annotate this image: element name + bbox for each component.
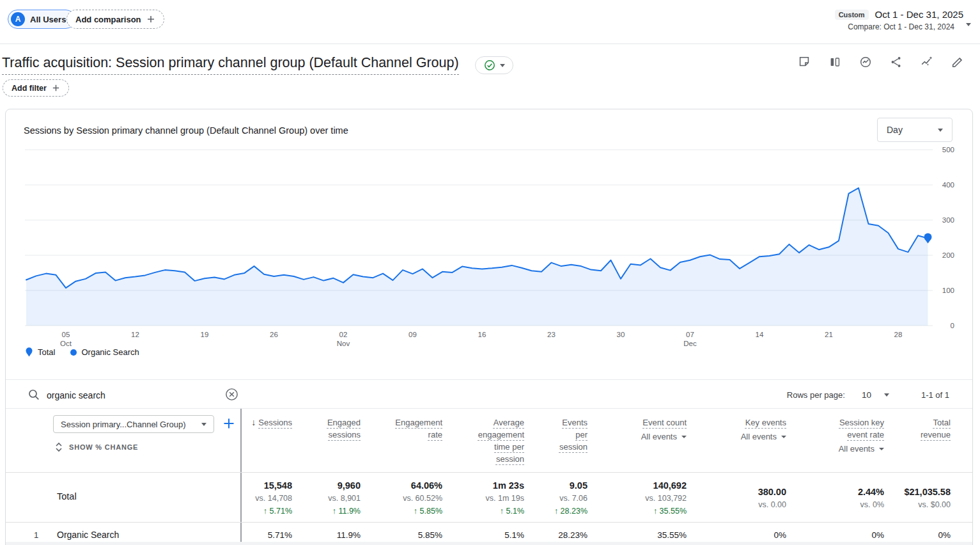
- column-label: Average engagement time per session: [478, 418, 524, 464]
- row-metrics: 5.71%11.9%5.85%5.1%28.23%35.55%0%0%0%: [242, 523, 951, 540]
- search-input[interactable]: [45, 385, 214, 406]
- total-metric-0: 15,548vs. 14,708↑ 5.71%: [242, 473, 292, 517]
- svg-text:19: 19: [201, 331, 209, 338]
- total-comparison-value: vs. 7.06: [559, 492, 587, 505]
- total-value: 9,960: [338, 479, 361, 492]
- totals-metrics: 15,548vs. 14,708↑ 5.71%9,960vs. 8,901↑ 1…: [242, 473, 951, 517]
- svg-text:0: 0: [951, 322, 954, 329]
- total-percent-change: ↑ 5.71%: [263, 505, 292, 517]
- column-header-engaged-sessions[interactable]: Engaged sessions: [292, 409, 361, 465]
- column-label: Engaged sessions: [327, 418, 361, 439]
- column-header-total-revenue[interactable]: Total revenue: [884, 409, 951, 465]
- insights-circle-icon[interactable]: [859, 55, 873, 69]
- column-label: Events per session: [559, 418, 587, 452]
- clear-search-icon[interactable]: [224, 387, 239, 402]
- segment-avatar: A: [11, 12, 25, 26]
- page-title[interactable]: Traffic acquisition: Session primary cha…: [2, 55, 459, 75]
- chevron-down-icon: [681, 436, 687, 438]
- column-header-events-per-session[interactable]: Events per session: [524, 409, 587, 465]
- column-header-session-key-event-rate[interactable]: Session key event rateAll events: [786, 409, 884, 465]
- total-value: 380.00: [758, 486, 786, 498]
- add-comparison-button[interactable]: Add comparison: [66, 10, 164, 29]
- column-event-filter[interactable]: All events: [587, 430, 687, 443]
- date-custom-badge: Custom: [835, 10, 869, 20]
- show-percent-change-toggle[interactable]: SHOW % CHANGE: [54, 442, 138, 452]
- add-comparison-label: Add comparison: [75, 15, 141, 24]
- total-metric-5: 140,692vs. 103,792↑ 35.55%: [587, 473, 687, 517]
- total-metric-6: 380.00vs. 0.00: [687, 473, 786, 517]
- insights-sparkline-icon[interactable]: [920, 55, 934, 69]
- column-label: Sessions: [258, 418, 292, 427]
- unfold-arrows-icon: [54, 442, 63, 452]
- total-comparison-value: vs. 103,792: [645, 492, 687, 505]
- search-icon: [27, 388, 40, 401]
- total-metric-4: 9.05vs. 7.06↑ 28.23%: [524, 473, 587, 517]
- share-icon[interactable]: [889, 55, 903, 69]
- total-percent-change: ↑ 35.55%: [653, 505, 687, 517]
- data-quality-badge[interactable]: [475, 56, 513, 74]
- column-header-average-engagement-time-per-session[interactable]: Average engagement time per session: [442, 409, 524, 465]
- add-dimension-button[interactable]: [222, 416, 236, 430]
- chart-title: Sessions by Session primary channel grou…: [24, 125, 348, 136]
- total-comparison-value: vs. 8,901: [328, 492, 361, 505]
- column-label: Event count: [642, 418, 687, 427]
- table-search-row: Rows per page: 10 1-1 of 1: [6, 379, 972, 409]
- granularity-select[interactable]: Day: [877, 118, 953, 142]
- column-event-filter[interactable]: All events: [786, 443, 884, 455]
- svg-text:16: 16: [478, 331, 486, 338]
- total-percent-change: ↑ 11.9%: [332, 505, 361, 517]
- add-filter-button[interactable]: Add filter: [3, 79, 69, 97]
- svg-text:09: 09: [408, 331, 417, 338]
- dimension-select-value: Session primary...Channel Group): [61, 420, 186, 429]
- svg-text:300: 300: [942, 216, 954, 224]
- total-value: 9.05: [570, 479, 587, 492]
- pagination-controls: Rows per page: 10 1-1 of 1: [787, 380, 949, 409]
- legend-label: Organic Search: [81, 347, 139, 357]
- total-comparison-value: vs. $0.00: [918, 498, 951, 511]
- column-header-sessions[interactable]: ↓Sessions: [242, 409, 292, 465]
- segment-chip-all-users[interactable]: A All Users: [8, 10, 75, 29]
- chevron-down-icon: [781, 436, 786, 438]
- totals-row: Total 15,548vs. 14,708↑ 5.71%9,960vs. 8,…: [6, 472, 972, 522]
- total-comparison-value: vs. 60.52%: [403, 492, 442, 505]
- plus-icon: [146, 15, 155, 24]
- total-value: $21,035.58: [904, 486, 951, 498]
- total-metric-8: $21,035.58vs. $0.00: [884, 473, 951, 517]
- column-event-filter[interactable]: All events: [687, 430, 786, 443]
- legend-item-total: Total: [25, 347, 55, 357]
- column-header-engagement-rate[interactable]: Engagement rate: [361, 409, 442, 465]
- note-icon[interactable]: [797, 55, 811, 69]
- svg-text:100: 100: [942, 287, 954, 294]
- row-value-6: 0%: [687, 523, 786, 540]
- total-percent-change: ↑ 28.23%: [554, 505, 587, 517]
- column-label: Total revenue: [921, 418, 951, 439]
- row-index: 1: [34, 530, 38, 540]
- total-comparison-value: vs. 0%: [860, 498, 884, 511]
- svg-text:500: 500: [942, 146, 954, 154]
- top-bar: A All Users Add comparison Custom Oct 1 …: [0, 0, 980, 44]
- column-header-key-events[interactable]: Key eventsAll events: [687, 409, 786, 465]
- svg-text:30: 30: [617, 331, 625, 338]
- row-value-8: 0%: [884, 523, 951, 540]
- total-percent-change: ↑ 5.85%: [414, 505, 442, 517]
- chevron-down-icon[interactable]: [884, 393, 889, 397]
- rows-per-page-value[interactable]: 10: [862, 390, 871, 400]
- sessions-over-time-chart: 010020030040050005Oct12192602Nov09162330…: [6, 109, 974, 352]
- event-filter-value: All events: [641, 430, 677, 443]
- comparison-icon[interactable]: [828, 55, 842, 69]
- date-compare-text: Compare: Oct 1 - Dec 31, 2024: [835, 22, 954, 31]
- chevron-down-icon: [966, 23, 971, 26]
- row-value-0: 5.71%: [242, 523, 292, 540]
- column-header-event-count[interactable]: Event countAll events: [587, 409, 687, 465]
- svg-text:07: 07: [686, 331, 694, 338]
- svg-text:23: 23: [547, 331, 556, 338]
- dimension-select[interactable]: Session primary...Channel Group): [53, 415, 214, 433]
- event-filter-value: All events: [741, 430, 777, 443]
- total-series-end-marker: [924, 233, 932, 244]
- svg-text:400: 400: [942, 181, 954, 189]
- edit-pencil-icon[interactable]: [951, 55, 965, 69]
- chart-legend: Total Organic Search: [25, 347, 139, 357]
- date-range-selector[interactable]: Custom Oct 1 - Dec 31, 2025 Compare: Oct…: [835, 9, 963, 31]
- total-value: 140,692: [653, 479, 687, 492]
- table-bottom-strip: [6, 542, 972, 545]
